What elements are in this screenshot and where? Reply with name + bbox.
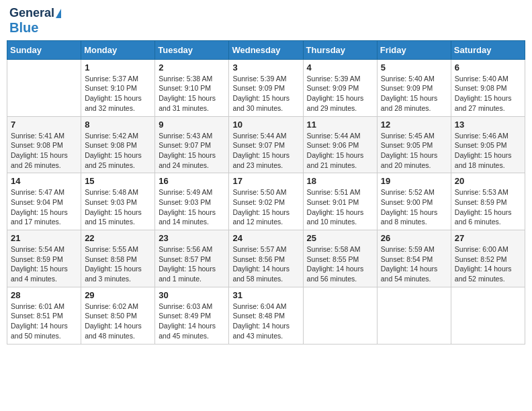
- calendar-cell: 14Sunrise: 5:47 AM Sunset: 9:04 PM Dayli…: [7, 173, 81, 230]
- day-number: 25: [307, 233, 373, 243]
- day-number: 4: [307, 62, 373, 73]
- day-info: Sunrise: 5:41 AM Sunset: 9:08 PM Dayligh…: [11, 131, 77, 171]
- day-number: 11: [307, 120, 373, 130]
- day-number: 29: [85, 290, 151, 300]
- day-info: Sunrise: 5:59 AM Sunset: 8:54 PM Dayligh…: [381, 244, 447, 284]
- calendar-cell: 20Sunrise: 5:53 AM Sunset: 8:59 PM Dayli…: [451, 173, 525, 230]
- page-header: General Blue: [7, 7, 525, 35]
- day-info: Sunrise: 5:43 AM Sunset: 9:07 PM Dayligh…: [159, 131, 225, 171]
- calendar-cell: 27Sunrise: 6:00 AM Sunset: 8:52 PM Dayli…: [451, 230, 525, 287]
- header-tuesday: Tuesday: [155, 40, 229, 59]
- day-info: Sunrise: 5:54 AM Sunset: 8:59 PM Dayligh…: [11, 244, 77, 284]
- day-info: Sunrise: 5:46 AM Sunset: 9:05 PM Dayligh…: [455, 131, 521, 171]
- day-number: 10: [232, 120, 299, 130]
- day-info: Sunrise: 5:40 AM Sunset: 9:08 PM Dayligh…: [455, 74, 521, 113]
- calendar-cell: [7, 59, 81, 116]
- calendar-cell: 12Sunrise: 5:45 AM Sunset: 9:05 PM Dayli…: [377, 116, 451, 173]
- calendar-cell: 10Sunrise: 5:44 AM Sunset: 9:07 PM Dayli…: [229, 116, 303, 173]
- day-info: Sunrise: 6:00 AM Sunset: 8:52 PM Dayligh…: [455, 244, 521, 284]
- day-number: 20: [455, 176, 521, 186]
- calendar-cell: 3Sunrise: 5:39 AM Sunset: 9:09 PM Daylig…: [229, 59, 303, 116]
- calendar-cell: 25Sunrise: 5:58 AM Sunset: 8:55 PM Dayli…: [303, 230, 377, 287]
- day-info: Sunrise: 6:01 AM Sunset: 8:51 PM Dayligh…: [11, 302, 77, 341]
- day-number: 24: [232, 233, 299, 243]
- day-number: 19: [381, 176, 447, 186]
- day-info: Sunrise: 5:39 AM Sunset: 9:09 PM Dayligh…: [232, 74, 299, 113]
- week-row-5: 28Sunrise: 6:01 AM Sunset: 8:51 PM Dayli…: [7, 287, 525, 344]
- day-info: Sunrise: 5:57 AM Sunset: 8:56 PM Dayligh…: [232, 244, 299, 284]
- calendar-cell: 6Sunrise: 5:40 AM Sunset: 9:08 PM Daylig…: [451, 59, 525, 116]
- calendar-cell: 13Sunrise: 5:46 AM Sunset: 9:05 PM Dayli…: [451, 116, 525, 173]
- day-info: Sunrise: 5:44 AM Sunset: 9:06 PM Dayligh…: [307, 131, 373, 171]
- day-info: Sunrise: 6:02 AM Sunset: 8:50 PM Dayligh…: [85, 302, 151, 341]
- calendar-cell: 29Sunrise: 6:02 AM Sunset: 8:50 PM Dayli…: [81, 287, 155, 344]
- header-thursday: Thursday: [303, 40, 377, 59]
- week-row-2: 7Sunrise: 5:41 AM Sunset: 9:08 PM Daylig…: [7, 116, 525, 173]
- week-row-4: 21Sunrise: 5:54 AM Sunset: 8:59 PM Dayli…: [7, 230, 525, 287]
- logo-text-blue: Blue: [9, 20, 38, 35]
- header-friday: Friday: [377, 40, 451, 59]
- day-info: Sunrise: 5:39 AM Sunset: 9:09 PM Dayligh…: [307, 74, 373, 113]
- calendar-cell: 30Sunrise: 6:03 AM Sunset: 8:49 PM Dayli…: [155, 287, 229, 344]
- calendar-cell: 7Sunrise: 5:41 AM Sunset: 9:08 PM Daylig…: [7, 116, 81, 173]
- day-number: 2: [159, 62, 225, 73]
- calendar-cell: 9Sunrise: 5:43 AM Sunset: 9:07 PM Daylig…: [155, 116, 229, 173]
- day-info: Sunrise: 5:49 AM Sunset: 9:03 PM Dayligh…: [159, 187, 225, 227]
- calendar-header-row: SundayMondayTuesdayWednesdayThursdayFrid…: [7, 40, 525, 59]
- day-number: 15: [85, 176, 151, 186]
- calendar-cell: [303, 287, 377, 344]
- day-info: Sunrise: 5:56 AM Sunset: 8:57 PM Dayligh…: [159, 244, 225, 284]
- calendar-table: SundayMondayTuesdayWednesdayThursdayFrid…: [7, 40, 525, 345]
- day-info: Sunrise: 5:44 AM Sunset: 9:07 PM Dayligh…: [232, 131, 299, 171]
- calendar-cell: 22Sunrise: 5:55 AM Sunset: 8:58 PM Dayli…: [81, 230, 155, 287]
- calendar-cell: 26Sunrise: 5:59 AM Sunset: 8:54 PM Dayli…: [377, 230, 451, 287]
- day-info: Sunrise: 5:51 AM Sunset: 9:01 PM Dayligh…: [307, 187, 373, 227]
- calendar-cell: 16Sunrise: 5:49 AM Sunset: 9:03 PM Dayli…: [155, 173, 229, 230]
- day-number: 30: [159, 290, 225, 300]
- logo-triangle-icon: [56, 9, 61, 18]
- day-number: 26: [381, 233, 447, 243]
- calendar-cell: 31Sunrise: 6:04 AM Sunset: 8:48 PM Dayli…: [229, 287, 303, 344]
- day-number: 9: [159, 120, 225, 130]
- calendar-cell: 5Sunrise: 5:40 AM Sunset: 9:09 PM Daylig…: [377, 59, 451, 116]
- day-number: 7: [11, 120, 77, 130]
- calendar-cell: [377, 287, 451, 344]
- day-info: Sunrise: 5:45 AM Sunset: 9:05 PM Dayligh…: [381, 131, 447, 171]
- week-row-1: 1Sunrise: 5:37 AM Sunset: 9:10 PM Daylig…: [7, 59, 525, 116]
- calendar-cell: 24Sunrise: 5:57 AM Sunset: 8:56 PM Dayli…: [229, 230, 303, 287]
- calendar-cell: 28Sunrise: 6:01 AM Sunset: 8:51 PM Dayli…: [7, 287, 81, 344]
- day-number: 5: [381, 62, 447, 73]
- day-info: Sunrise: 5:50 AM Sunset: 9:02 PM Dayligh…: [232, 187, 299, 227]
- day-number: 27: [455, 233, 521, 243]
- calendar-cell: 4Sunrise: 5:39 AM Sunset: 9:09 PM Daylig…: [303, 59, 377, 116]
- calendar-cell: [451, 287, 525, 344]
- day-number: 8: [85, 120, 151, 130]
- day-number: 17: [232, 176, 299, 186]
- day-info: Sunrise: 5:40 AM Sunset: 9:09 PM Dayligh…: [381, 74, 447, 113]
- calendar-cell: 23Sunrise: 5:56 AM Sunset: 8:57 PM Dayli…: [155, 230, 229, 287]
- day-number: 1: [85, 62, 151, 73]
- calendar-cell: 11Sunrise: 5:44 AM Sunset: 9:06 PM Dayli…: [303, 116, 377, 173]
- day-info: Sunrise: 5:38 AM Sunset: 9:10 PM Dayligh…: [159, 74, 225, 113]
- header-wednesday: Wednesday: [229, 40, 303, 59]
- day-number: 21: [11, 233, 77, 243]
- day-info: Sunrise: 5:37 AM Sunset: 9:10 PM Dayligh…: [85, 74, 151, 113]
- calendar-cell: 18Sunrise: 5:51 AM Sunset: 9:01 PM Dayli…: [303, 173, 377, 230]
- calendar-cell: 8Sunrise: 5:42 AM Sunset: 9:08 PM Daylig…: [81, 116, 155, 173]
- calendar-cell: 17Sunrise: 5:50 AM Sunset: 9:02 PM Dayli…: [229, 173, 303, 230]
- day-info: Sunrise: 5:47 AM Sunset: 9:04 PM Dayligh…: [11, 187, 77, 227]
- day-number: 18: [307, 176, 373, 186]
- day-info: Sunrise: 6:03 AM Sunset: 8:49 PM Dayligh…: [159, 302, 225, 341]
- calendar-cell: 15Sunrise: 5:48 AM Sunset: 9:03 PM Dayli…: [81, 173, 155, 230]
- calendar-cell: 2Sunrise: 5:38 AM Sunset: 9:10 PM Daylig…: [155, 59, 229, 116]
- week-row-3: 14Sunrise: 5:47 AM Sunset: 9:04 PM Dayli…: [7, 173, 525, 230]
- day-info: Sunrise: 5:42 AM Sunset: 9:08 PM Dayligh…: [85, 131, 151, 171]
- day-info: Sunrise: 5:58 AM Sunset: 8:55 PM Dayligh…: [307, 244, 373, 284]
- logo-text-general: General: [9, 7, 54, 20]
- header-sunday: Sunday: [7, 40, 81, 59]
- calendar-cell: 1Sunrise: 5:37 AM Sunset: 9:10 PM Daylig…: [81, 59, 155, 116]
- day-number: 12: [381, 120, 447, 130]
- day-info: Sunrise: 5:52 AM Sunset: 9:00 PM Dayligh…: [381, 187, 447, 227]
- day-number: 3: [232, 62, 299, 73]
- day-info: Sunrise: 5:55 AM Sunset: 8:58 PM Dayligh…: [85, 244, 151, 284]
